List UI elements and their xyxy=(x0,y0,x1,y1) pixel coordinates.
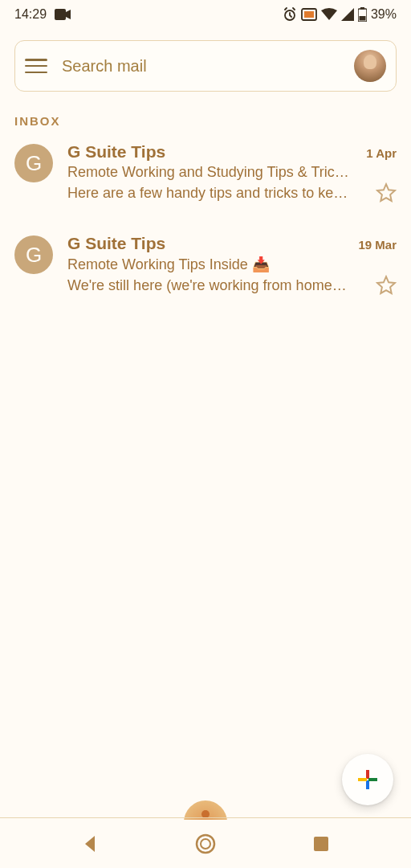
svg-rect-3 xyxy=(304,11,314,18)
signal-icon xyxy=(341,8,354,21)
navigation-bar xyxy=(0,820,411,868)
back-button[interactable] xyxy=(78,832,102,856)
status-left: 14:29 xyxy=(14,7,71,22)
svg-rect-7 xyxy=(366,770,369,779)
plus-icon xyxy=(356,768,380,792)
email-list: G G Suite Tips 1 Apr Remote Working and … xyxy=(0,142,411,296)
email-content[interactable]: G Suite Tips 1 Apr Remote Working and St… xyxy=(67,142,397,203)
svg-rect-0 xyxy=(55,9,66,20)
email-item[interactable]: G G Suite Tips 1 Apr Remote Working and … xyxy=(14,142,397,203)
search-input[interactable]: Search mail xyxy=(62,57,340,76)
battery-icon xyxy=(358,7,367,22)
battery-percent: 39% xyxy=(371,7,397,22)
svg-rect-5 xyxy=(360,7,364,10)
email-subject: Remote Working Tips Inside 📥 xyxy=(67,256,397,273)
star-button[interactable] xyxy=(376,275,397,296)
svg-point-11 xyxy=(197,835,214,853)
svg-rect-13 xyxy=(314,837,328,851)
star-button[interactable] xyxy=(376,182,397,203)
svg-rect-6 xyxy=(359,16,365,21)
email-content[interactable]: G Suite Tips 19 Mar Remote Working Tips … xyxy=(67,234,397,296)
email-preview: We're still here (we're working from hom… xyxy=(67,277,368,294)
search-bar[interactable]: Search mail xyxy=(14,40,397,92)
menu-icon[interactable] xyxy=(25,58,47,74)
clock-time: 14:29 xyxy=(14,7,47,22)
svg-point-12 xyxy=(201,839,210,849)
svg-rect-8 xyxy=(366,780,369,789)
email-date: 19 Mar xyxy=(358,238,397,252)
svg-rect-10 xyxy=(368,778,377,781)
status-bar: 14:29 39% xyxy=(0,0,411,29)
cast-icon xyxy=(301,8,317,21)
home-button[interactable] xyxy=(193,832,218,856)
wifi-icon xyxy=(321,8,337,21)
recents-button[interactable] xyxy=(309,832,333,856)
email-preview: Here are a few handy tips and tricks to … xyxy=(67,185,368,202)
email-item[interactable]: G G Suite Tips 19 Mar Remote Working Tip… xyxy=(14,234,397,296)
alarm-icon xyxy=(283,7,297,22)
sender-avatar[interactable]: G xyxy=(14,235,53,274)
svg-rect-9 xyxy=(358,778,367,781)
email-sender: G Suite Tips xyxy=(67,234,165,253)
video-icon xyxy=(55,9,71,20)
profile-avatar[interactable] xyxy=(354,50,386,82)
compose-button[interactable] xyxy=(342,754,393,805)
email-subject: Remote Working and Studying Tips & Tric… xyxy=(67,164,397,181)
status-right: 39% xyxy=(283,7,397,22)
divider xyxy=(0,817,411,818)
email-date: 1 Apr xyxy=(366,146,397,160)
email-sender: G Suite Tips xyxy=(67,142,165,162)
inbox-label: INBOX xyxy=(0,92,411,142)
sender-avatar[interactable]: G xyxy=(14,144,53,182)
